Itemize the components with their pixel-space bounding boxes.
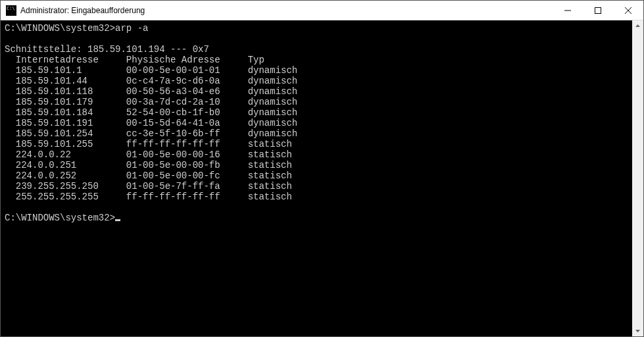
- prompt: C:\WINDOWS\system32>: [5, 23, 115, 34]
- client-area: C:\WINDOWS\system32>arp -a Schnittstelle…: [1, 20, 643, 336]
- scroll-track[interactable]: [632, 32, 643, 325]
- scroll-up-button[interactable]: [632, 20, 643, 32]
- cursor: [115, 219, 120, 221]
- titlebar[interactable]: Administrator: Eingabeaufforderung: [1, 1, 643, 20]
- prompt-line: C:\WINDOWS\system32>arp -a: [5, 23, 630, 34]
- close-button[interactable]: [613, 1, 643, 20]
- arp-row: 185.59.101.254 cc-3e-5f-10-6b-ff dynamis…: [5, 128, 630, 139]
- minimize-button[interactable]: [553, 1, 583, 20]
- arp-row: 239.255.255.250 01-00-5e-7f-ff-fa statis…: [5, 181, 630, 192]
- arp-header: Internetadresse Physische Adresse Typ: [5, 55, 630, 65]
- arp-row: 224.0.0.251 01-00-5e-00-00-fb statisch: [5, 160, 630, 170]
- prompt-line: C:\WINDOWS\system32>: [5, 213, 630, 223]
- arp-row: 224.0.0.252 01-00-5e-00-00-fc statisch: [5, 170, 630, 181]
- interface-line: Schnittstelle: 185.59.101.194 --- 0x7: [5, 44, 630, 55]
- arp-row: 185.59.101.255 ff-ff-ff-ff-ff-ff statisc…: [5, 139, 630, 149]
- command-text: arp -a: [115, 23, 148, 34]
- arp-row: 185.59.101.118 00-50-56-a3-04-e6 dynamis…: [5, 86, 630, 97]
- blank-line: [5, 202, 630, 213]
- scroll-down-button[interactable]: [632, 325, 643, 336]
- arp-row: 185.59.101.1 00-00-5e-00-01-01 dynamisch: [5, 65, 630, 76]
- svg-rect-1: [595, 7, 601, 13]
- window-title: Administrator: Eingabeaufforderung: [20, 6, 145, 15]
- prompt: C:\WINDOWS\system32>: [5, 213, 115, 223]
- command-prompt-window: Administrator: Eingabeaufforderung C:\WI…: [0, 0, 644, 337]
- blank-line: [5, 34, 630, 44]
- vertical-scrollbar[interactable]: [632, 20, 643, 336]
- cmd-icon: [6, 5, 16, 16]
- arp-row: 255.255.255.255 ff-ff-ff-ff-ff-ff statis…: [5, 192, 630, 202]
- arp-row: 185.59.101.179 00-3a-7d-cd-2a-10 dynamis…: [5, 97, 630, 107]
- arp-row: 185.59.101.191 00-15-5d-64-41-0a dynamis…: [5, 118, 630, 128]
- maximize-button[interactable]: [583, 1, 613, 20]
- arp-row: 185.59.101.184 52-54-00-cb-1f-b0 dynamis…: [5, 107, 630, 118]
- terminal-output[interactable]: C:\WINDOWS\system32>arp -a Schnittstelle…: [1, 20, 632, 336]
- arp-row: 185.59.101.44 0c-c4-7a-9c-d6-0a dynamisc…: [5, 76, 630, 86]
- arp-row: 224.0.0.22 01-00-5e-00-00-16 statisch: [5, 149, 630, 160]
